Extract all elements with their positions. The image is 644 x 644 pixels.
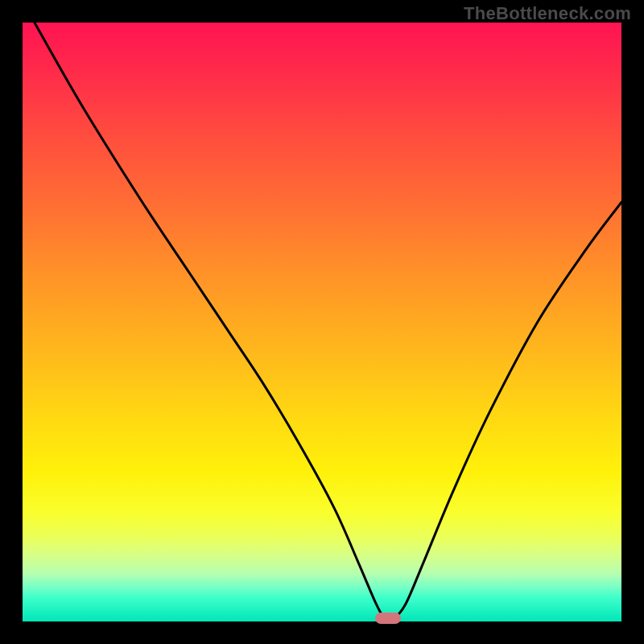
curve-svg xyxy=(23,23,621,621)
bottleneck-curve-path xyxy=(35,23,621,621)
watermark-text: TheBottleneck.com xyxy=(464,3,631,24)
plot-area xyxy=(23,23,621,621)
chart-frame: TheBottleneck.com xyxy=(0,0,644,644)
optimal-marker xyxy=(375,613,401,624)
